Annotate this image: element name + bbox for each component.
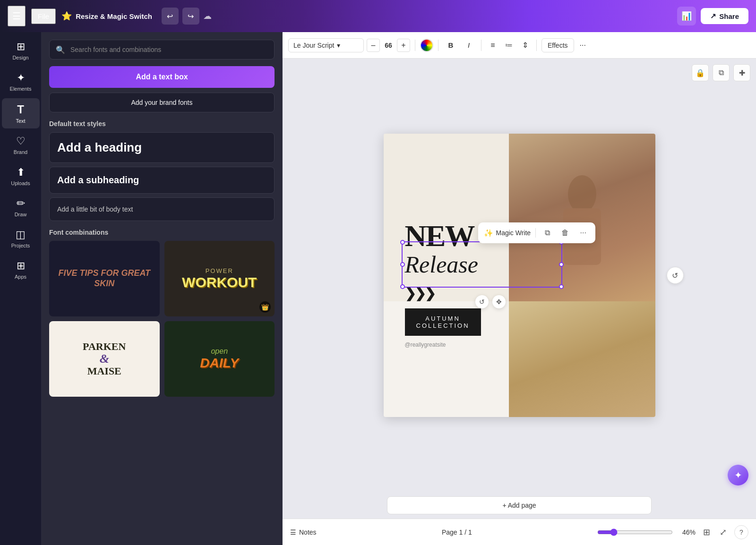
font-size-decrease-button[interactable]: – <box>367 39 380 52</box>
uploads-icon: ⬆ <box>17 166 25 179</box>
add-heading-button[interactable]: Add a heading <box>49 132 275 163</box>
sidebar-item-uploads[interactable]: ⬆ Uploads <box>2 162 40 191</box>
canvas-new-text: NEW <box>405 221 474 251</box>
add-page-button[interactable]: + Add page <box>387 496 652 514</box>
combo4-daily: DAILY <box>200 356 239 371</box>
combo2-power: POWER <box>182 267 257 274</box>
bold-button[interactable]: B <box>443 39 458 52</box>
redo-button[interactable]: ↪ <box>182 8 199 25</box>
help-button[interactable]: ? <box>734 525 748 539</box>
add-button[interactable]: ✚ <box>733 64 750 81</box>
canvas-top-controls: 🔒 ⧉ ✚ <box>692 64 750 81</box>
default-styles-title: Default text styles <box>49 120 275 128</box>
copy-button[interactable]: ⧉ <box>541 226 554 239</box>
search-icon: 🔍 <box>56 45 65 54</box>
fullscreen-button[interactable]: ⤢ <box>718 525 729 539</box>
magic-write-label: Magic Write <box>496 229 531 237</box>
combo1-text: FIVE TIPS FOR GREAT SKIN <box>49 264 160 293</box>
font-combos-title: Font combinations <box>49 229 275 236</box>
elements-icon: ✦ <box>17 72 25 84</box>
list-button[interactable]: ≔ <box>502 39 515 52</box>
magic-write-item[interactable]: ✨ Magic Write <box>484 229 531 238</box>
page-info: Page 1 / 1 <box>322 528 592 536</box>
canvas-area: 🔒 ⧉ ✚ <box>283 59 756 519</box>
analytics-button[interactable]: 📊 <box>677 7 696 26</box>
sidebar-item-projects[interactable]: ◫ Projects <box>2 224 40 253</box>
cloud-save-icon: ☁ <box>203 11 212 21</box>
grid-view-button[interactable]: ⊞ <box>701 525 712 539</box>
projects-icon: ◫ <box>16 229 26 241</box>
notes-button[interactable]: ☰ Notes <box>290 528 317 536</box>
share-icon: ↗ <box>710 12 716 20</box>
text-icon: T <box>17 103 24 116</box>
delete-button[interactable]: 🗑 <box>558 226 572 239</box>
format-bar: Le Jour Script ▾ – 66 + B I ≡ ≔ ⇕ Effect… <box>283 32 756 59</box>
add-body-text-button[interactable]: Add a little bit of body text <box>49 197 275 221</box>
text-color-button[interactable] <box>420 39 433 52</box>
format-divider-4 <box>536 40 537 51</box>
canvas-collection-box: AUTUMN COLLECTION <box>405 308 481 336</box>
undo-button[interactable]: ↩ <box>162 8 179 25</box>
add-subheading-button[interactable]: Add a subheading <box>49 167 275 194</box>
format-divider-1 <box>415 40 415 51</box>
menu-icon[interactable]: ☰ <box>8 6 26 26</box>
combo4-open: open <box>200 347 239 356</box>
font-size-increase-button[interactable]: + <box>397 39 410 52</box>
sidebar-item-text[interactable]: T Text <box>2 98 40 128</box>
sidebar-label-draw: Draw <box>15 212 27 217</box>
crown-emoji: ⭐ <box>61 11 72 21</box>
font-name-label: Le Jour Script <box>293 42 334 49</box>
canvas-page[interactable]: NEW Release ↺ ✥ <box>384 134 655 417</box>
font-combo-card-1[interactable]: FIVE TIPS FOR GREAT SKIN <box>49 241 160 316</box>
font-combo-card-3[interactable]: PARKEN&MAISE <box>49 321 160 397</box>
zoom-slider[interactable] <box>597 528 673 536</box>
icon-sidebar: ⊞ Design ✦ Elements T Text ♡ Brand ⬆ Upl… <box>0 32 42 545</box>
zoom-value: 46% <box>677 528 696 536</box>
sidebar-item-brand[interactable]: ♡ Brand <box>2 130 40 160</box>
font-combinations-grid: FIVE TIPS FOR GREAT SKIN POWER WORKOUT 👑… <box>49 241 275 397</box>
text-spacing-button[interactable]: ⇕ <box>518 39 532 52</box>
document-title: Resize & Magic Switch <box>76 12 152 20</box>
add-page-bar: + Add page <box>283 492 756 519</box>
format-divider-3 <box>481 40 481 51</box>
font-combo-card-4[interactable]: open DAILY <box>164 321 275 397</box>
search-input[interactable] <box>49 40 275 60</box>
apps-icon: ⊞ <box>17 260 25 272</box>
canvas-handle-text: @reallygreatsite <box>405 341 446 348</box>
more-options-button[interactable]: ··· <box>577 38 589 52</box>
sidebar-label-apps: Apps <box>15 274 26 280</box>
lock-button[interactable]: 🔒 <box>692 64 709 81</box>
combo2-workout: WORKOUT <box>182 274 257 290</box>
notes-icon: ☰ <box>290 528 296 536</box>
italic-button[interactable]: I <box>461 39 476 52</box>
font-combo-card-2[interactable]: POWER WORKOUT 👑 <box>164 241 275 316</box>
magic-wand-icon: ✨ <box>484 229 493 238</box>
magic-write-tooltip: ✨ Magic Write ⧉ 🗑 ··· <box>478 222 596 243</box>
ai-button[interactable]: ✦ <box>728 465 748 485</box>
more-tooltip-button[interactable]: ··· <box>576 226 590 239</box>
share-button[interactable]: ↗ Share <box>701 8 748 24</box>
search-box: 🔍 <box>49 40 275 60</box>
canvas-arrows: ❯❯❯ <box>405 286 435 301</box>
sidebar-item-design[interactable]: ⊞ Design <box>2 36 40 65</box>
duplicate-button[interactable]: ⧉ <box>713 64 730 81</box>
align-left-button[interactable]: ≡ <box>486 39 499 52</box>
effects-button[interactable]: Effects <box>541 38 574 52</box>
bottom-bar: ☰ Notes Page 1 / 1 46% ⊞ ⤢ ? <box>283 519 756 545</box>
add-brand-fonts-button[interactable]: Add your brand fonts <box>49 93 275 112</box>
sidebar-item-elements[interactable]: ✦ Elements <box>2 67 40 96</box>
photo-bottom-right <box>509 301 655 417</box>
canvas-right-controls: ↺ <box>667 267 684 284</box>
tooltip-divider <box>535 228 536 238</box>
add-text-box-button[interactable]: Add a text box <box>49 66 275 88</box>
font-selector[interactable]: Le Jour Script ▾ <box>288 38 364 52</box>
file-menu[interactable]: File <box>31 9 56 24</box>
svg-point-0 <box>568 175 596 213</box>
format-divider-2 <box>438 40 438 51</box>
canvas-scroll: NEW Release ↺ ✥ <box>283 59 756 492</box>
sidebar-item-apps[interactable]: ⊞ Apps <box>2 255 40 284</box>
refresh-canvas-button[interactable]: ↺ <box>667 267 684 284</box>
sidebar-item-draw[interactable]: ✏ Draw <box>2 193 40 222</box>
notes-label: Notes <box>299 528 317 536</box>
collection-label: COLLECTION <box>416 322 470 329</box>
